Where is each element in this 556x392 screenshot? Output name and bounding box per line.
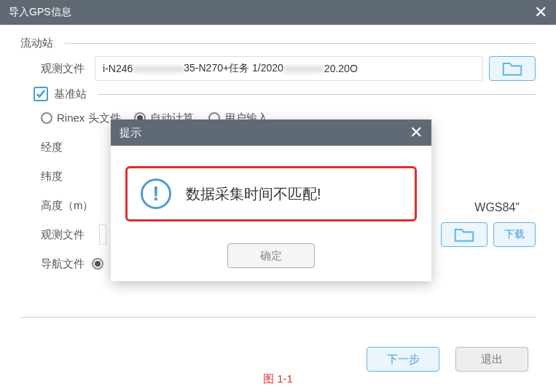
- lon-label: 经度: [41, 141, 95, 154]
- window-titlebar: 导入GPS信息 ✕: [0, 0, 556, 25]
- dialog-titlebar: 提示 ✕: [111, 119, 431, 146]
- exit-button[interactable]: 退出: [455, 347, 528, 372]
- dialog-close-icon[interactable]: ✕: [410, 125, 423, 141]
- base-obs-browse-button[interactable]: [441, 222, 488, 247]
- window-title: 导入GPS信息: [9, 6, 71, 19]
- download-button[interactable]: 下载: [493, 222, 536, 247]
- rinex-radio[interactable]: [41, 112, 52, 124]
- rover-obs-label: 观测文件: [41, 62, 95, 76]
- base-obs-input[interactable]: [99, 224, 106, 245]
- nav-radio[interactable]: [92, 258, 103, 270]
- divider: [98, 94, 536, 95]
- divider: [20, 317, 536, 318]
- next-button[interactable]: 下一步: [367, 347, 439, 372]
- base-section-label: 基准站: [54, 87, 87, 101]
- alt-label: 高度（m）: [41, 199, 106, 213]
- figure-caption: 图 1-1: [263, 372, 293, 386]
- folder-icon: [502, 60, 522, 77]
- alert-message: 数据采集时间不匹配!: [186, 184, 321, 204]
- divider: [65, 43, 536, 44]
- dialog-ok-button[interactable]: 确定: [227, 243, 315, 268]
- rover-obs-browse-button[interactable]: [489, 56, 536, 81]
- lat-label: 纬度: [41, 170, 95, 184]
- alert-dialog: 提示 ✕ ! 数据采集时间不匹配! 确定: [111, 119, 431, 281]
- folder-icon: [454, 227, 474, 243]
- rover-obs-input[interactable]: i-N246xxxxxxxxxx35-N270+任务 1/2020xxxxxxx…: [95, 56, 483, 81]
- alert-box: ! 数据采集时间不匹配!: [125, 166, 417, 222]
- base-checkbox[interactable]: [34, 87, 48, 101]
- base-obs-label: 观测文件: [41, 228, 95, 242]
- dialog-title: 提示: [120, 126, 141, 140]
- nav-label: 导航文件: [41, 257, 95, 271]
- warning-icon: !: [141, 179, 171, 209]
- check-icon: [36, 89, 46, 99]
- rover-section-label: 流动站: [20, 36, 53, 50]
- window-close-icon[interactable]: ✕: [534, 4, 547, 20]
